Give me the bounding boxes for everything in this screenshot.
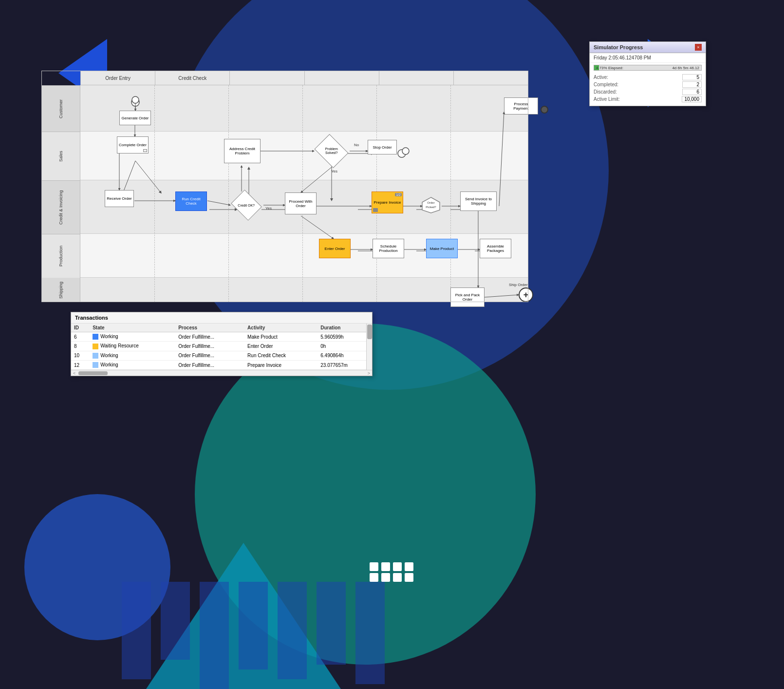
- proceed-with-order-node[interactable]: Proceed With Order: [285, 192, 317, 214]
- cell-id: 6: [71, 332, 90, 342]
- cell-duration: 5.960599h: [317, 332, 372, 342]
- cell-process: Order Fulfillme...: [175, 351, 244, 360]
- stat-discarded-label: Discarded:: [594, 89, 617, 95]
- cell-activity: Prepare Invoice: [244, 361, 317, 370]
- table-row: 12WorkingOrder Fulfillme...Prepare Invoi…: [71, 361, 372, 370]
- enter-order-node[interactable]: Enter Order: [319, 239, 351, 258]
- col-div-5: [450, 85, 451, 302]
- cell-state: Waiting Resource: [90, 342, 175, 351]
- col-div-2: [228, 85, 229, 302]
- prepare-invoice-node[interactable]: 1/2 Prepare Invoice: [372, 191, 403, 213]
- lane-bg-production: [80, 234, 528, 278]
- column-headers: Order Entry Credit Check: [80, 71, 528, 85]
- transactions-title: Transactions: [71, 312, 372, 324]
- simulator-dialog: Simulator Progress × Friday 2:05:46.1247…: [589, 41, 706, 106]
- progress-text: 4.73% Elapsed:: [596, 66, 623, 70]
- problem-solved-node[interactable]: Problem Solved?: [313, 136, 350, 166]
- lane-customer: Customer: [41, 85, 80, 132]
- svg-text:Picked?: Picked?: [426, 206, 436, 209]
- stat-completed-value: 2: [682, 81, 702, 88]
- dialog-stats: Active: 5 Completed: 2 Discarded: 6 Acti…: [590, 73, 706, 106]
- dialog-timestamp: Friday 2:05:46.124708 PM: [590, 53, 706, 63]
- bg-columns: [122, 582, 385, 689]
- cell-id: 12: [71, 361, 90, 370]
- stat-completed: Completed: 2: [594, 81, 702, 88]
- stat-discarded: Discarded: 6: [594, 88, 702, 96]
- stat-active-limit-value: 10,000: [682, 96, 702, 102]
- transactions-panel: Transactions ID State Process Activity D…: [71, 312, 373, 376]
- stat-active-label: Active:: [594, 75, 608, 80]
- ship-order-plus[interactable]: +: [519, 287, 533, 302]
- cell-process: Order Fulfillme...: [175, 361, 244, 370]
- vertical-scrollbar[interactable]: [366, 324, 372, 370]
- run-credit-check-node[interactable]: Run Credit Check: [175, 191, 207, 211]
- dialog-title: Simulator Progress: [594, 44, 643, 50]
- cell-state: Working: [90, 361, 175, 370]
- receive-order-node[interactable]: Receive Order: [105, 190, 134, 207]
- diagram-body: Process Payment Generate Order Complete …: [80, 85, 528, 302]
- stat-active-value: 5: [682, 74, 702, 80]
- stat-completed-label: Completed:: [594, 82, 618, 87]
- table-row: 10WorkingOrder Fulfillme...Run Credit Ch…: [71, 351, 372, 360]
- table-header-row: ID State Process Activity Duration: [71, 324, 372, 332]
- scroll-left-arrow[interactable]: <: [71, 371, 77, 376]
- no-label-problem: No: [354, 143, 359, 147]
- transactions-table-wrapper: ID State Process Activity Duration 6Work…: [71, 324, 372, 370]
- svg-marker-16: [422, 197, 440, 213]
- th-state: State: [90, 324, 175, 332]
- ship-order-label: Ship Order: [509, 283, 528, 287]
- make-product-node[interactable]: Make Product: [426, 239, 458, 258]
- cell-process: Order Fulfillme...: [175, 342, 244, 351]
- scrollbar-thumb-h: [78, 371, 108, 375]
- transactions-table: ID State Process Activity Duration 6Work…: [71, 324, 372, 370]
- cell-duration: 23.077657m: [317, 361, 372, 370]
- col-header-4: [305, 71, 379, 85]
- scroll-right-arrow[interactable]: >: [366, 371, 372, 376]
- cell-id: 8: [71, 342, 90, 351]
- complete-order-node[interactable]: Complete Order: [117, 136, 149, 153]
- stat-discarded-value: 6: [682, 89, 702, 95]
- cell-process: Order Fulfillme...: [175, 332, 244, 342]
- lane-credit: Credit & Invoicing: [41, 180, 80, 234]
- send-invoice-node[interactable]: Send Invoice to Shipping: [460, 191, 497, 211]
- yes-label-credit: Yes: [265, 206, 272, 211]
- col-header-credit-check: Credit Check: [155, 71, 230, 85]
- swimlane-labels: Customer Sales Credit & Invoicing Produc…: [41, 85, 80, 302]
- schedule-production-node[interactable]: Schedule Production: [373, 239, 404, 258]
- dialog-progress-bar: 4.73% Elapsed: 4d 6h 5m 46.12: [594, 65, 702, 71]
- elapsed-text: 4d 6h 5m 46.12: [672, 66, 699, 70]
- stop-order-node[interactable]: Stop Order: [368, 140, 397, 154]
- table-row: 8Waiting ResourceOrder Fulfillme...Enter…: [71, 342, 372, 351]
- th-process: Process: [175, 324, 244, 332]
- process-diagram: Order Entry Credit Check Customer Sales …: [41, 71, 528, 302]
- cell-state: Working: [90, 332, 175, 342]
- th-activity: Activity: [244, 324, 317, 332]
- scrollbar-thumb-v: [367, 325, 372, 339]
- col-header-3: [230, 71, 304, 85]
- col-header-6: [454, 71, 528, 85]
- process-payment-node[interactable]: Process Payment: [504, 97, 538, 115]
- assemble-packages-node[interactable]: Assemble Packages: [480, 239, 511, 258]
- credit-ok-node[interactable]: Credit OK?: [229, 191, 263, 218]
- svg-text:Order: Order: [427, 201, 434, 204]
- cell-activity: Make Product: [244, 332, 317, 342]
- lane-production: Production: [41, 234, 80, 278]
- order-picked-node[interactable]: Order Picked?: [421, 196, 441, 215]
- cell-state: Working: [90, 351, 175, 360]
- yes-label-problem: Yes: [331, 169, 337, 173]
- pick-and-pack-node[interactable]: Pick and Pack Order: [450, 287, 485, 307]
- col-header-order-entry: Order Entry: [81, 71, 155, 85]
- address-credit-node[interactable]: Address Credit Problem: [224, 139, 261, 163]
- th-duration: Duration: [317, 324, 372, 332]
- horizontal-scrollbar[interactable]: < >: [71, 370, 372, 376]
- lane-shipping: Shipping: [41, 278, 80, 302]
- th-id: ID: [71, 324, 90, 332]
- dialog-close-button[interactable]: ×: [695, 44, 702, 51]
- cell-id: 10: [71, 351, 90, 360]
- stat-active: Active: 5: [594, 74, 702, 81]
- table-row: 6WorkingOrder Fulfillme...Make Product5.…: [71, 332, 372, 342]
- generate-order-node[interactable]: Generate Order: [119, 111, 151, 125]
- cell-duration: 6.490864h: [317, 351, 372, 360]
- cell-duration: 0h: [317, 342, 372, 351]
- col-div-1: [154, 85, 155, 302]
